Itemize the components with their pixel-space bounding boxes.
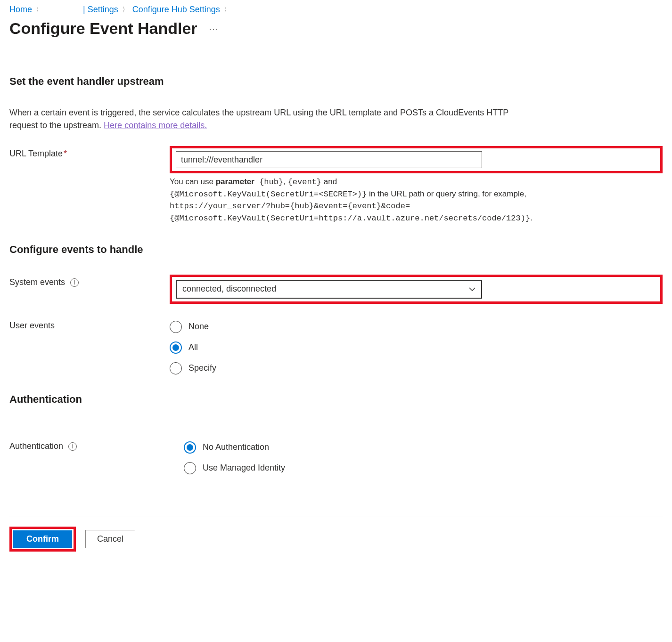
url-template-input[interactable]: [176, 151, 482, 168]
more-actions-button[interactable]: ⋯: [209, 23, 219, 34]
authentication-label: Authentication i: [9, 439, 170, 451]
url-template-label: URL Template*: [9, 146, 170, 159]
section-heading-auth: Authentication: [9, 393, 663, 406]
info-icon[interactable]: i: [70, 278, 79, 287]
system-events-label: System events i: [9, 275, 170, 287]
chevron-right-icon: 〉: [224, 6, 230, 14]
radio-specify[interactable]: Specify: [170, 362, 663, 374]
user-events-label: User events: [9, 318, 170, 331]
breadcrumb-configure-hub[interactable]: Configure Hub Settings: [132, 5, 220, 15]
radio-all[interactable]: All: [170, 341, 663, 354]
breadcrumb: Home 〉 | Settings 〉 Configure Hub Settin…: [9, 5, 663, 15]
section-heading-upstream: Set the event handler upstream: [9, 75, 663, 88]
radio-no-auth[interactable]: No Authentication: [184, 441, 663, 454]
highlight-system-events: connected, disconnected: [170, 275, 663, 304]
chevron-right-icon: 〉: [122, 6, 129, 14]
system-events-value: connected, disconnected: [182, 284, 276, 294]
chevron-down-icon: [469, 285, 475, 293]
radio-icon: [170, 341, 182, 354]
user-events-radio-group: None All Specify: [170, 321, 663, 374]
radio-icon: [170, 362, 182, 374]
footer-bar: Confirm Cancel: [9, 517, 663, 566]
breadcrumb-home[interactable]: Home: [9, 5, 32, 15]
cancel-button[interactable]: Cancel: [85, 530, 135, 548]
radio-icon: [184, 462, 196, 474]
breadcrumb-settings[interactable]: | Settings: [83, 5, 118, 15]
upstream-description: When a certain event is triggered, the s…: [9, 106, 528, 132]
confirm-button[interactable]: Confirm: [13, 530, 72, 548]
auth-radio-group: No Authentication Use Managed Identity: [184, 441, 663, 474]
radio-managed-identity[interactable]: Use Managed Identity: [184, 462, 663, 474]
url-template-help: You can use parameter {hub}, {event} and…: [170, 176, 528, 225]
details-link[interactable]: Here contains more details.: [104, 121, 207, 130]
section-heading-events: Configure events to handle: [9, 244, 663, 256]
radio-icon: [170, 321, 182, 333]
highlight-confirm: Confirm: [9, 527, 76, 552]
radio-icon: [184, 441, 196, 454]
highlight-url-template: [170, 146, 663, 173]
chevron-right-icon: 〉: [36, 6, 42, 14]
page-title: Configure Event Handler: [9, 19, 197, 38]
system-events-dropdown[interactable]: connected, disconnected: [176, 280, 482, 299]
radio-none[interactable]: None: [170, 321, 663, 333]
info-icon[interactable]: i: [68, 442, 77, 451]
